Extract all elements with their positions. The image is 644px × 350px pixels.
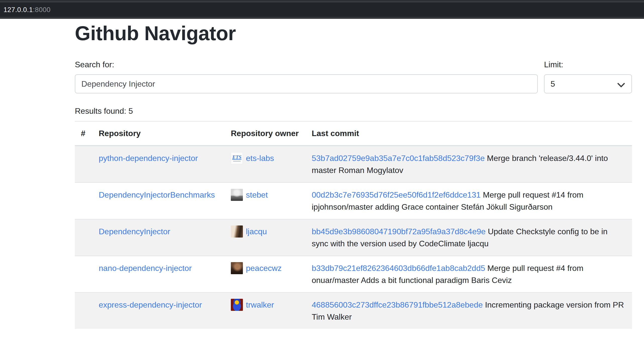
owner-link[interactable]: ets-labs	[246, 154, 274, 163]
table-header-row: # Repository Repository owner Last commi…	[75, 121, 632, 146]
row-number-cell	[75, 146, 93, 183]
owner-avatar: ETS	[231, 152, 243, 164]
search-column: Search for:	[75, 59, 538, 93]
commit-hash-link[interactable]: bb45d9e3b98608047190bf72a95fa9a37d8c4e9e	[312, 227, 486, 236]
commit-hash-link[interactable]: 53b7ad02759e9ab35a7e7c0c1fab58d523c79f3e	[312, 154, 485, 163]
table-row: nano-dependency-injector peacecwz b33db7…	[75, 256, 632, 293]
avatar-label: ETS	[232, 154, 242, 160]
owner-avatar	[231, 299, 243, 311]
owner-avatar	[231, 225, 243, 238]
url-host: 127.0.0.1	[4, 6, 33, 14]
owner-link[interactable]: ljacqu	[246, 227, 267, 236]
commit-hash-link[interactable]: 00d2b3c7e76935d76f25ee50f6d1f2ef6ddce131	[312, 190, 481, 199]
commit-hash-link[interactable]: 468856003c273dffce23b86791fbbe512a8ebede	[312, 300, 483, 309]
repositories-table: # Repository Repository owner Last commi…	[75, 121, 632, 329]
owner-link[interactable]: peacecwz	[246, 264, 282, 273]
url-port: :8000	[33, 6, 50, 14]
row-number-cell	[75, 293, 93, 329]
page-content: Github Navigator Search for: Limit: 5 Re…	[75, 19, 632, 329]
row-number-cell	[75, 256, 93, 293]
owner-avatar	[231, 262, 243, 274]
repo-link[interactable]: DependencyInjectorBenchmarks	[99, 190, 215, 199]
owner-link[interactable]: stebet	[246, 190, 268, 199]
limit-label: Limit:	[544, 59, 632, 71]
limit-select-wrap: 5	[544, 74, 632, 93]
browser-address-bar[interactable]: 127.0.0.1:8000	[0, 0, 644, 19]
header-repository-owner: Repository owner	[225, 121, 306, 146]
repo-link[interactable]: express-dependency-injector	[99, 300, 202, 309]
row-number-cell	[75, 183, 93, 219]
repo-link[interactable]: nano-dependency-injector	[99, 264, 192, 273]
header-last-commit: Last commit	[306, 121, 632, 146]
url-text[interactable]: 127.0.0.1:8000	[4, 6, 50, 14]
repo-link[interactable]: python-dependency-injector	[99, 154, 198, 163]
header-repository: Repository	[93, 121, 225, 146]
owner-avatar	[231, 189, 243, 201]
page-title: Github Navigator	[75, 21, 632, 45]
results-count: Results found: 5	[75, 105, 632, 117]
table-row: python-dependency-injector ETSets-labs 5…	[75, 146, 632, 183]
commit-hash-link[interactable]: b33db79c21ef8262364603db66dfe1ab8cab2dd5	[312, 264, 485, 273]
header-number: #	[75, 121, 93, 146]
limit-column: Limit: 5	[544, 59, 632, 93]
table-row: DependencyInjectorBenchmarks stebet 00d2…	[75, 183, 632, 219]
row-number-cell	[75, 219, 93, 256]
table-row: express-dependency-injector trwalker 468…	[75, 293, 632, 329]
owner-link[interactable]: trwalker	[246, 300, 274, 309]
repo-link[interactable]: DependencyInjector	[99, 227, 170, 236]
search-label: Search for:	[75, 59, 538, 71]
search-form: Search for: Limit: 5	[75, 59, 632, 93]
search-input[interactable]	[75, 74, 538, 93]
limit-select[interactable]: 5	[544, 74, 632, 93]
table-row: DependencyInjector ljacqu bb45d9e3b98608…	[75, 219, 632, 256]
